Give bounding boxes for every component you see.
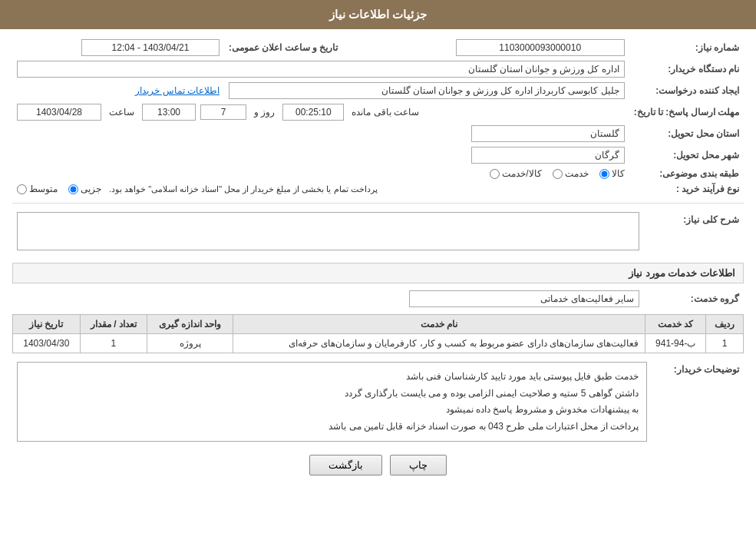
services-section-title: اطلاعات خدمات مورد نیاز: [12, 263, 744, 283]
header-title: جزئیات اطلاعات نیاز: [329, 8, 427, 21]
need-desc-label: شرح کلی نیاز:: [644, 210, 744, 255]
purchase-note: پرداخت تمام یا بخشی از مبلغ خریدار از مح…: [109, 184, 378, 194]
province-label: استان محل تحویل:: [629, 123, 744, 144]
deadline-remaining: 00:25:10: [282, 104, 344, 121]
category-label: طبقه بندی موضوعی:: [629, 166, 744, 181]
deadline-day-label: روز و: [254, 107, 275, 118]
contact-link[interactable]: اطلاعات تماس خریدار: [135, 85, 220, 96]
service-group-label: گروه خدمت:: [644, 288, 744, 310]
buyer-org-label: نام دستگاه خریدار:: [629, 58, 744, 80]
buyer-desc-box: خدمت طبق فایل پیوستی باید مورد تایید کار…: [17, 362, 647, 442]
deadline-time: 13:00: [142, 104, 196, 121]
cell-unit: پروژه: [147, 334, 233, 353]
city-value: گرگان: [471, 147, 625, 164]
city-label: شهر محل تحویل:: [629, 144, 744, 166]
creator-label: ایجاد کننده درخواست:: [629, 80, 744, 101]
cell-row-num: 1: [706, 334, 744, 353]
col-unit: واحد اندازه گیری: [147, 315, 233, 334]
buyer-desc-line-1: خدمت طبق فایل پیوستی باید مورد تایید کار…: [25, 369, 639, 386]
announce-value: 1403/04/21 - 12:04: [81, 39, 220, 56]
category-radio-goods[interactable]: کالا: [599, 168, 625, 179]
print-button[interactable]: چاپ: [390, 455, 447, 475]
deadline-label: مهلت ارسال پاسخ: تا تاریخ:: [629, 101, 744, 123]
buyer-desc-line-2: داشتن گواهی 5 ستیه و صلاحیت ایمنی الزامی…: [25, 386, 639, 403]
need-desc-textarea[interactable]: [17, 212, 639, 250]
col-row: ردیف: [706, 315, 744, 334]
back-button[interactable]: بازگشت: [309, 455, 382, 475]
col-quantity: تعداد / مقدار: [80, 315, 147, 334]
table-row: 1 ب-94-941 فعالیت‌های سازمان‌های دارای ع…: [13, 334, 744, 353]
buyer-desc-line-3: به پیشنهادات مخدوش و مشروط پاسخ داده نمی…: [25, 402, 639, 419]
deadline-days: 7: [200, 104, 246, 120]
buyer-desc-line-4: پرداخت از محل اعتبارات ملی طرح 043 به صو…: [25, 419, 639, 436]
purchase-type-label: نوع فرآیند خرید :: [629, 181, 744, 197]
creator-value: جلیل کابوسی کاربرداز اداره کل ورزش و جوا…: [229, 82, 625, 99]
province-value: گلستان: [471, 125, 625, 142]
purchase-radio-medium[interactable]: متوسط: [17, 184, 58, 194]
category-radio-both[interactable]: کالا/خدمت: [490, 168, 541, 179]
cell-quantity: 1: [80, 334, 147, 353]
buttons-row: چاپ بازگشت: [12, 455, 744, 475]
buyer-org-value: اداره کل ورزش و جوانان استان گلستان: [17, 61, 625, 78]
deadline-remaining-label: ساعت باقی مانده: [352, 107, 419, 118]
need-number-label: شماره نیاز:: [629, 37, 744, 58]
need-number-value: 1103000093000010: [456, 39, 625, 56]
cell-service-code: ب-94-941: [645, 334, 706, 353]
col-date: تاریخ نیاز: [13, 315, 81, 334]
cell-service-name: فعالیت‌های سازمان‌های دارای عضو مربوط به…: [233, 334, 645, 353]
buyer-desc-label: توضیحات خریدار:: [652, 359, 744, 444]
purchase-radio-minor[interactable]: جزیی: [68, 184, 101, 194]
col-service-code: کد خدمت: [645, 315, 706, 334]
category-radio-service[interactable]: خدمت: [553, 168, 589, 179]
service-group-value: سایر فعالیت‌های خدماتی: [409, 290, 639, 307]
col-service-name: نام خدمت: [233, 315, 645, 334]
announce-label: تاریخ و ساعت اعلان عمومی:: [224, 37, 342, 58]
page-header: جزئیات اطلاعات نیاز: [0, 0, 756, 29]
deadline-date: 1403/04/28: [17, 104, 101, 121]
deadline-time-label: ساعت: [109, 107, 134, 118]
cell-date: 1403/04/30: [13, 334, 81, 353]
